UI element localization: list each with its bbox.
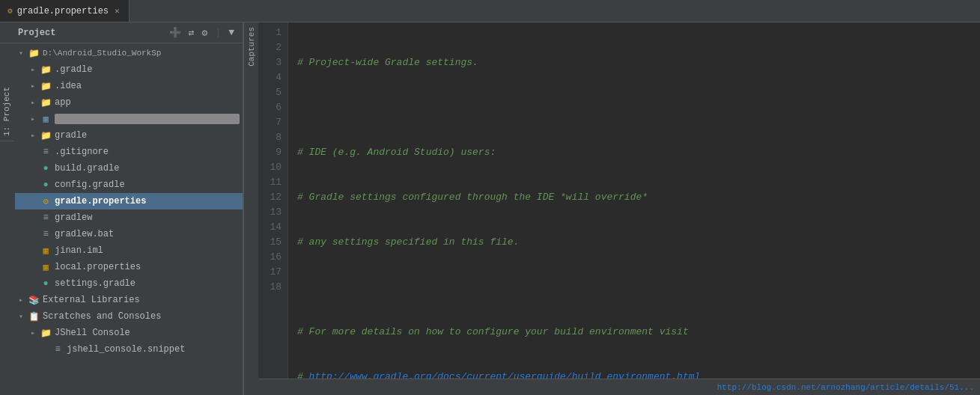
- tree-item-app[interactable]: 📁 app: [15, 94, 243, 111]
- tree-item-scratches[interactable]: 📋 Scratches and Consoles: [15, 308, 243, 325]
- sidebar-title: Project: [18, 28, 167, 38]
- settings-gradle-label: settings.gradle: [55, 278, 240, 289]
- code-area[interactable]: # Project-wide Gradle settings. # IDE (e…: [288, 22, 980, 379]
- gitignore-label: .gitignore: [55, 147, 240, 157]
- tab-label: gradle.properties: [17, 6, 109, 16]
- arrow-idea: [27, 82, 39, 91]
- tree-item-gitignore[interactable]: ≡ .gitignore: [15, 144, 243, 160]
- line-num-17: 17: [264, 265, 281, 280]
- sidebar-vertical-label[interactable]: 1: Project: [0, 82, 13, 141]
- right-side-tabs: Captures: [243, 22, 258, 395]
- arrow-root: [15, 49, 27, 58]
- line-num-11: 11: [264, 175, 281, 190]
- gradle-icon-settings: ●: [39, 278, 52, 289]
- code-line-6: [297, 280, 971, 295]
- tree-item-jshell-snippet[interactable]: ≡ jshell_console.snippet: [15, 341, 243, 358]
- settings-icon[interactable]: ⚙: [200, 25, 210, 40]
- folder-icon-jshell: 📁: [39, 328, 52, 339]
- new-file-icon[interactable]: ➕: [167, 25, 183, 40]
- gradlew-bat-label: gradlew.bat: [55, 229, 240, 239]
- tree-item-gradlew[interactable]: ≡ gradlew: [15, 209, 243, 226]
- gradle-icon-config: ●: [39, 180, 52, 190]
- jinan-iml-label: jinan.iml: [55, 245, 240, 256]
- file-icon-gradlew-bat: ≡: [39, 229, 52, 239]
- code-line-4: # Gradle settings configured through the…: [297, 190, 971, 205]
- tree-item-local-properties[interactable]: ▦ local.properties: [15, 259, 243, 275]
- line-num-3: 3: [264, 55, 281, 70]
- editor: 1 2 3 4 5 6 7 8 9 10 11 12 13 14 15 16 1…: [258, 22, 980, 395]
- code-line-5: # any settings specified in this file.: [297, 235, 971, 250]
- scratches-icon: 📋: [27, 311, 40, 322]
- tree-item-config-gradle[interactable]: ● config.gradle: [15, 177, 243, 193]
- tab-gradle-properties[interactable]: ⚙ gradle.properties ✕: [0, 0, 130, 22]
- line-num-16: 16: [264, 250, 281, 265]
- status-url: http://blog.csdn.net/arnozhang/article/d…: [264, 383, 974, 392]
- tree-item-jshell-console[interactable]: 📁 JShell Console: [15, 325, 243, 341]
- library-icon: 📚: [27, 295, 40, 306]
- folder-icon-idea: 📁: [39, 81, 52, 92]
- folder-icon-gradle: 📁: [39, 64, 52, 76]
- separator: |: [213, 25, 223, 40]
- line-num-6: 6: [264, 100, 281, 115]
- build-gradle-label: build.gradle: [55, 163, 240, 174]
- ext-libraries-label: External Libraries: [43, 295, 240, 305]
- sidebar-header: Project ➕ ⇄ ⚙ | ▼: [0, 22, 243, 43]
- file-icon-gradlew: ≡: [39, 212, 52, 223]
- config-gradle-label: config.gradle: [55, 180, 240, 190]
- line-num-14: 14: [264, 220, 281, 235]
- local-properties-label: local.properties: [55, 262, 240, 272]
- dropdown-icon[interactable]: ▼: [226, 25, 237, 40]
- line-num-4: 4: [264, 70, 281, 85]
- tab-close-button[interactable]: ✕: [113, 4, 121, 17]
- line-num-10: 10: [264, 160, 281, 175]
- code-line-8: # http://www.gradle.org/docs/current/use…: [297, 370, 971, 379]
- code-line-2: [297, 100, 971, 115]
- root-label: D:\Android_Studio_WorkSp: [43, 49, 240, 58]
- tab-file-icon: ⚙: [7, 6, 13, 16]
- folder-icon-app: 📁: [39, 97, 52, 108]
- gradle2-label: gradle: [55, 130, 240, 141]
- tree-item-blurred[interactable]: ▦: [15, 111, 243, 127]
- tree-item-jinan-iml[interactable]: ▦ jinan.iml: [15, 242, 243, 259]
- arrow-jshell-console: [27, 328, 39, 337]
- tree-item-root[interactable]: 📁 D:\Android_Studio_WorkSp: [15, 45, 243, 61]
- status-bar: http://blog.csdn.net/arnozhang/article/d…: [258, 379, 980, 395]
- sync-icon[interactable]: ⇄: [186, 25, 197, 40]
- line-numbers: 1 2 3 4 5 6 7 8 9 10 11 12 13 14 15 16 1…: [258, 22, 288, 379]
- gradlew-label: gradlew: [55, 212, 240, 223]
- tree-item-idea[interactable]: 📁 .idea: [15, 78, 243, 94]
- line-num-15: 15: [264, 235, 281, 250]
- folder-icon-gradle2: 📁: [39, 130, 52, 141]
- project-sidebar: 1: Project Project ➕ ⇄ ⚙ | ▼ 📁 D:\Androi…: [0, 22, 243, 395]
- file-icon-local-properties: ▦: [39, 262, 52, 273]
- gradle-icon-build: ●: [39, 163, 52, 174]
- file-icon-jinan-iml: ▦: [39, 245, 52, 257]
- captures-tab[interactable]: Captures: [245, 22, 258, 71]
- arrow-ext-libs: [15, 296, 27, 304]
- main-layout: 1: Project Project ➕ ⇄ ⚙ | ▼ 📁 D:\Androi…: [0, 22, 980, 395]
- properties-icon: ⚙: [39, 196, 52, 207]
- tree-item-external-libraries[interactable]: 📚 External Libraries: [15, 292, 243, 308]
- idea-label: .idea: [55, 81, 240, 91]
- app-label: app: [55, 97, 240, 108]
- gradle-properties-label: gradle.properties: [55, 196, 240, 206]
- arrow-scratches: [15, 312, 27, 321]
- line-num-12: 12: [264, 190, 281, 205]
- tree-item-settings-gradle[interactable]: ● settings.gradle: [15, 275, 243, 292]
- tree-item-build-gradle[interactable]: ● build.gradle: [15, 160, 243, 177]
- project-tree[interactable]: 📁 D:\Android_Studio_WorkSp 📁 .gradle 📁 .…: [15, 43, 243, 395]
- line-num-5: 5: [264, 85, 281, 100]
- tree-item-gradle2[interactable]: 📁 gradle: [15, 127, 243, 144]
- line-num-7: 7: [264, 115, 281, 130]
- tree-item-gradle-properties[interactable]: ⚙ gradle.properties: [15, 193, 243, 209]
- code-line-1: # Project-wide Gradle settings.: [297, 55, 971, 70]
- tree-item-gradlew-bat[interactable]: ≡ gradlew.bat: [15, 226, 243, 242]
- jshell-console-label: JShell Console: [55, 328, 240, 338]
- folder-icon-root: 📁: [27, 48, 40, 59]
- code-line-3: # IDE (e.g. Android Studio) users:: [297, 145, 971, 160]
- sidebar-actions: ➕ ⇄ ⚙ | ▼: [167, 25, 237, 40]
- tree-item-gradle[interactable]: 📁 .gradle: [15, 61, 243, 78]
- line-num-2: 2: [264, 40, 281, 55]
- editor-content[interactable]: 1 2 3 4 5 6 7 8 9 10 11 12 13 14 15 16 1…: [258, 22, 980, 379]
- chart-icon-blurred: ▦: [39, 114, 52, 125]
